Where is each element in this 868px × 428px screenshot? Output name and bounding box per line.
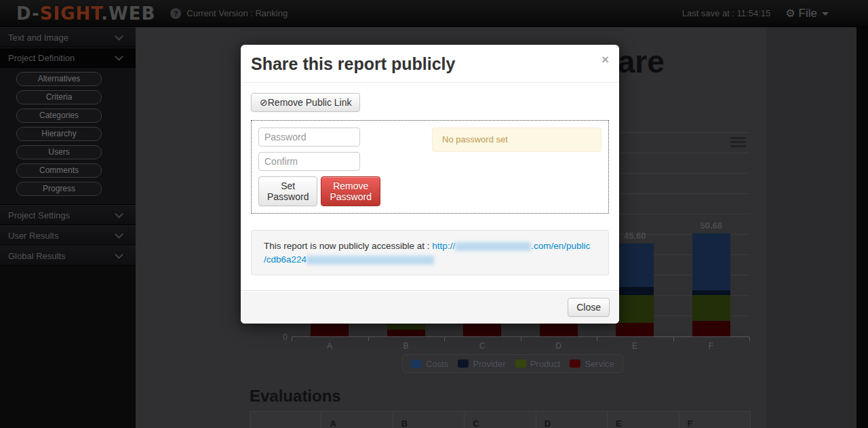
confirm-password-input[interactable]	[258, 152, 360, 171]
sidebar-item-categories[interactable]: Categories	[16, 109, 102, 123]
bar-segment-service[interactable]	[616, 323, 654, 336]
chart-context-menu-icon[interactable]	[730, 137, 746, 148]
x-axis-category-label: D	[521, 341, 597, 351]
x-axis-tick	[749, 337, 750, 341]
chevron-down-icon	[115, 52, 123, 61]
blurred-domain	[455, 242, 531, 251]
legend-swatch	[411, 359, 422, 368]
x-axis-tick	[368, 337, 369, 341]
chevron-down-icon	[115, 230, 123, 239]
eval-column-header-b: B	[393, 412, 464, 428]
close-button[interactable]: Close	[568, 298, 610, 317]
legend-item-service[interactable]: Service	[570, 359, 614, 369]
application-window: D-SIGHT.WEB ? Current Version : Ranking …	[0, 0, 868, 428]
sidebar-section-label: Project Settings	[8, 210, 116, 220]
x-axis-category-label: C	[444, 341, 520, 351]
legend-swatch	[570, 359, 580, 368]
sidebar-item-comments[interactable]: Comments	[16, 163, 102, 178]
evaluations-table: ABCDEF	[250, 411, 751, 428]
close-icon[interactable]: ×	[601, 53, 609, 66]
legend-label: Provider	[473, 359, 505, 369]
x-axis-tick	[292, 337, 292, 341]
sidebar-section-global-results[interactable]: Global Results	[0, 246, 136, 266]
modal-header: Share this report publicly ×	[241, 45, 619, 83]
bar-segment-provider[interactable]	[692, 290, 730, 295]
legend-label: Service	[585, 359, 614, 369]
bar-segment-service[interactable]	[540, 322, 578, 336]
file-menu-label: File	[799, 7, 817, 20]
bar-segment-product[interactable]	[692, 295, 730, 321]
sidebar-section-label: Global Results	[8, 251, 116, 261]
sidebar-item-criteria[interactable]: Criteria	[16, 90, 102, 104]
eval-row-label-column	[250, 412, 321, 428]
file-menu[interactable]: ⚙ File	[785, 7, 829, 20]
sidebar-section-project-definition[interactable]: Project Definition	[0, 47, 136, 68]
sidebar-section-project-settings[interactable]: Project Settings	[0, 205, 136, 225]
y-axis-zero-label: 0	[277, 332, 288, 342]
remove-public-link-label: Remove Public Link	[268, 97, 352, 108]
bar-segment-costs[interactable]	[616, 244, 654, 287]
sidebar-section-label: Project Definition	[8, 53, 116, 63]
eval-column-header-a: A	[321, 412, 393, 428]
evaluations-header-row: ABCDEF	[250, 412, 751, 428]
eval-column-header-c: C	[465, 412, 536, 428]
x-axis-category-label: E	[597, 341, 673, 351]
bar-stack[interactable]	[463, 322, 501, 336]
sidebar-section-user-results[interactable]: User Results	[0, 225, 136, 246]
bar-segment-product[interactable]	[616, 295, 654, 323]
logo-part-1: D-	[16, 3, 40, 24]
sidebar-item-hierarchy[interactable]: Hierarchy	[16, 127, 102, 141]
set-password-button[interactable]: Set Password	[258, 176, 317, 206]
bar-stack[interactable]	[616, 244, 654, 336]
gear-icon: ⚙	[785, 8, 795, 19]
password-fields: Set Password Remove Password	[258, 128, 367, 206]
window-right-edge	[856, 27, 868, 428]
bar-segment-provider[interactable]	[616, 287, 654, 295]
legend-item-product[interactable]: Product	[515, 359, 561, 369]
public-link-well: This report is now publicly accessible a…	[251, 230, 609, 275]
sidebar-nav: Text and ImageProject DefinitionAlternat…	[0, 27, 136, 428]
sidebar-item-users[interactable]: Users	[16, 145, 102, 159]
sidebar-subpanel: AlternativesCriteriaCategoriesHierarchyU…	[0, 68, 136, 205]
bar-segment-service[interactable]	[692, 321, 730, 336]
logo-part-2: SIGHT	[40, 3, 101, 24]
password-buttons: Set Password Remove Password	[258, 176, 367, 206]
chevron-down-icon	[115, 250, 123, 259]
top-navbar: D-SIGHT.WEB ? Current Version : Ranking …	[0, 0, 868, 27]
modal-title: Share this report publicly	[251, 54, 609, 74]
page-outer-background	[766, 27, 856, 428]
bar-segment-service[interactable]	[387, 330, 425, 336]
chart-legend: CostsProviderProductService	[402, 354, 623, 373]
help-icon[interactable]: ?	[170, 8, 181, 19]
public-link-path: .com/en/public	[531, 241, 590, 251]
sidebar-item-alternatives[interactable]: Alternatives	[16, 72, 102, 86]
sidebar-section-label: Text and Image	[8, 33, 116, 43]
remove-password-button[interactable]: Remove Password	[321, 176, 380, 206]
chevron-down-icon	[115, 32, 123, 41]
legend-item-costs[interactable]: Costs	[411, 359, 448, 369]
legend-label: Product	[530, 359, 561, 369]
bar-segment-costs[interactable]	[692, 233, 730, 290]
blurred-token	[307, 256, 434, 265]
bar-stack[interactable]	[311, 322, 349, 336]
bar-segment-service[interactable]	[463, 322, 501, 336]
remove-public-link-button[interactable]: ⊘Remove Public Link	[251, 93, 360, 112]
last-save-label: Last save at : 11:54:15	[682, 8, 771, 18]
eval-column-header-e: E	[608, 412, 679, 428]
sidebar-section-text-and-image[interactable]: Text and Image	[0, 27, 136, 47]
modal-body: ⊘Remove Public Link Set Password Remove …	[241, 83, 619, 290]
eval-column-header-d: D	[536, 412, 607, 428]
bar-stack[interactable]	[540, 322, 578, 336]
password-input[interactable]	[258, 128, 360, 147]
bar-segment-service[interactable]	[311, 322, 349, 336]
sidebar-item-progress[interactable]: Progress	[16, 182, 102, 196]
public-link-token-prefix: /cdb6a224	[264, 254, 307, 265]
ban-icon: ⊘	[260, 97, 268, 108]
legend-item-provider[interactable]: Provider	[458, 359, 505, 369]
x-axis-category-label: B	[368, 341, 444, 351]
x-axis-tick	[673, 337, 674, 341]
bar-column-f	[673, 133, 750, 336]
eval-column-header-f: F	[679, 412, 750, 428]
legend-swatch	[458, 359, 469, 368]
bar-stack[interactable]	[692, 233, 730, 336]
